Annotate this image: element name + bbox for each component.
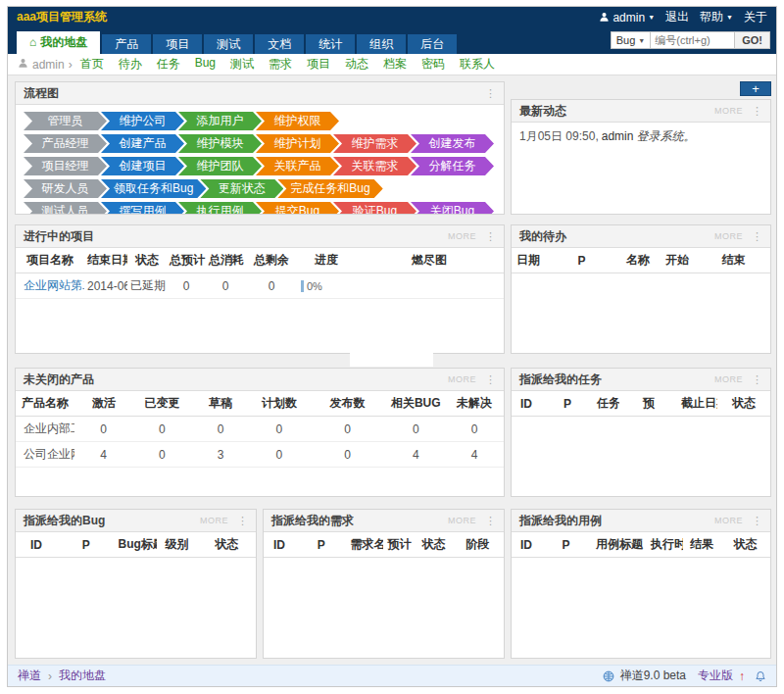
cases-table: IDP用例标题执行时间结果状态 [512,532,770,558]
nav-tab[interactable]: ⌂测试 [204,34,253,54]
column-header: 状态 [720,532,770,558]
flow-step[interactable]: 撰写用例 [101,202,184,214]
activity-entry: 1月05日 09:50,admin登录系统。 [512,123,770,151]
more-link[interactable]: MORE [714,106,743,116]
flow-step[interactable]: 领取任务和Bug [101,179,206,198]
flow-step[interactable]: 维护需求 [333,134,416,153]
flow-step[interactable]: 创建项目 [101,157,184,175]
nav-tab[interactable]: ⌂项目 [153,34,202,54]
caret-down-icon: ▼ [648,14,655,21]
table-row[interactable]: 公司企业网站建设 4 0 3 0 0 4 4 [16,442,504,468]
breadcrumb-link[interactable]: 任务 [157,56,180,73]
more-link[interactable]: MORE [448,374,476,384]
help-menu[interactable]: 帮助 ▼ [700,9,733,25]
panel-my-bugs: 指派给我的Bug MORE ⋮ IDPBug标题级别状态 [15,509,257,659]
search-type-dropdown[interactable]: Bug▼ [611,31,652,49]
more-link[interactable]: MORE [714,516,743,525]
kebab-menu-icon[interactable]: ⋮ [485,515,496,527]
search-input[interactable] [651,31,735,49]
kebab-menu-icon[interactable]: ⋮ [485,373,496,386]
go-button[interactable]: GO! [735,31,770,49]
footer-home-link[interactable]: 禅道 [18,668,41,684]
kebab-menu-icon[interactable]: ⋮ [237,515,248,527]
flow-step[interactable]: 创建发布 [411,134,494,153]
user-menu[interactable]: admin ▼ [599,11,655,25]
flow-row: 研发人员 领取任务和Bug 更新状态 完成任务和Bug [24,179,496,198]
kebab-menu-icon[interactable]: ⋮ [752,105,762,118]
breadcrumb-link[interactable]: 动态 [345,56,368,73]
more-link[interactable]: MORE [448,231,476,241]
flow-step[interactable]: 维护公司 [101,112,184,130]
nav-tab[interactable]: ⌂组织 [357,34,406,54]
flow-step[interactable]: 研发人员 [24,179,107,198]
flow-step[interactable]: 管理员 [24,112,107,130]
nav-tab[interactable]: ⌂文档 [255,34,304,54]
kebab-menu-icon[interactable]: ⋮ [752,515,762,527]
caret-down-icon: ▼ [638,37,645,44]
logout-link[interactable]: 退出 [665,9,689,25]
breadcrumb-link[interactable]: 联系人 [460,56,495,73]
column-header: 燃尽图 [355,248,504,273]
column-header: ID [512,532,541,558]
edition-link[interactable]: 专业版 [698,668,733,684]
flow-step[interactable]: 维护权限 [256,112,339,130]
user-icon [599,12,610,23]
panel-title: 未关闭的产品 [24,372,448,388]
column-header: 预计 [383,532,416,558]
flow-step[interactable]: 验证Bug [333,202,416,214]
breadcrumb-link[interactable]: 首页 [80,56,104,73]
flow-step[interactable]: 维护计划 [256,134,339,153]
more-link[interactable]: MORE [714,231,743,241]
flow-step[interactable]: 维护团队 [178,157,262,175]
breadcrumb-link[interactable]: 密码 [421,56,445,73]
about-link[interactable]: 关于 [744,9,767,25]
column-header: 未解决 [445,391,504,417]
breadcrumb-link[interactable]: 需求 [269,56,292,73]
kebab-menu-icon[interactable]: ⋮ [752,373,762,386]
flow-step[interactable]: 测试人员 [24,202,107,214]
nav-tab[interactable]: ⌂我的地盘 [17,31,100,54]
nav-tab[interactable]: ⌂后台 [408,34,457,54]
flow-step[interactable]: 产品经理 [24,134,107,153]
more-link[interactable]: MORE [200,516,228,525]
table-row[interactable]: 企业内部工时管理系统 0 0 0 0 0 0 0 [16,417,504,442]
kebab-menu-icon[interactable]: ⋮ [485,87,496,100]
flow-step[interactable]: 完成任务和Bug [277,179,382,198]
flow-step[interactable]: 关联需求 [333,157,416,175]
flow-step[interactable]: 更新状态 [200,179,283,198]
add-block-button[interactable]: + [740,81,771,96]
kebab-menu-icon[interactable]: ⋮ [485,230,496,243]
flow-step[interactable]: 提交Bug [256,202,339,214]
more-link[interactable]: MORE [714,374,743,384]
tasks-table: IDP任务名称预截止日期状态 [512,391,770,417]
column-header: 总预计 [167,248,206,273]
upgrade-arrow-icon[interactable]: ↑ [739,669,745,683]
flow-step[interactable]: 创建产品 [101,134,184,153]
column-header: 草稿 [191,391,250,417]
breadcrumb-link[interactable]: Bug [195,56,216,73]
flow-step[interactable]: 关闭Bug [411,202,494,214]
nav-tab[interactable]: ⌂统计 [306,34,355,54]
breadcrumb-link[interactable]: 待办 [119,56,142,73]
bell-icon[interactable] [755,670,766,682]
breadcrumb-link[interactable]: 测试 [230,56,254,73]
more-link[interactable]: MORE [448,516,476,525]
project-link[interactable]: 企业网站第二期 [24,278,84,292]
flow-step[interactable]: 添加用户 [178,112,262,130]
flow-step[interactable]: 维护模块 [178,134,262,153]
flow-step[interactable]: 分解任务 [411,157,494,175]
version-label[interactable]: 禅道9.0 beta [620,668,686,684]
column-header: Bug标题 [116,532,157,558]
column-header: 已变更 [133,391,192,417]
footer-page-link[interactable]: 我的地盘 [59,668,106,684]
column-header: P [541,532,591,558]
flow-step[interactable]: 执行用例 [178,202,262,214]
breadcrumb-link[interactable]: 档案 [383,56,407,73]
column-header: 计划数 [250,391,309,417]
flow-step[interactable]: 项目经理 [24,157,107,175]
flow-step[interactable]: 关联产品 [256,157,339,175]
kebab-menu-icon[interactable]: ⋮ [752,230,762,243]
breadcrumb-link[interactable]: 项目 [307,56,330,73]
nav-tab[interactable]: ⌂产品 [102,34,151,54]
column-header: 开始 [658,248,697,273]
